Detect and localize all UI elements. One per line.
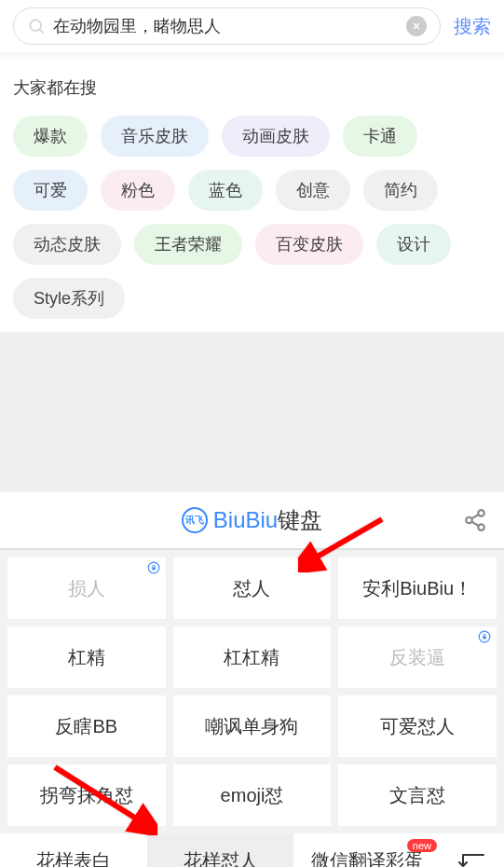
- svg-point-4: [478, 510, 484, 516]
- trending-tags: 爆款音乐皮肤动画皮肤卡通可爱粉色蓝色创意简约动态皮肤王者荣耀百变皮肤设计Styl…: [13, 116, 491, 319]
- lock-icon: [478, 630, 491, 643]
- search-input[interactable]: [46, 17, 406, 36]
- back-button[interactable]: [441, 833, 504, 867]
- svg-line-7: [471, 515, 479, 518]
- svg-rect-12: [483, 636, 486, 639]
- svg-line-16: [55, 767, 143, 823]
- trending-title: 大家都在搜: [13, 76, 491, 99]
- trending-tag[interactable]: 可爱: [13, 170, 88, 211]
- keyboard-title-blue: BiuBiu: [213, 507, 278, 532]
- search-box[interactable]: [13, 7, 441, 45]
- keyboard-cell[interactable]: 嘲讽单身狗: [173, 695, 332, 757]
- keyboard-cell[interactable]: emoji怼: [173, 764, 332, 826]
- keyboard-logo-icon: 讯飞: [182, 507, 208, 533]
- svg-rect-10: [152, 567, 156, 570]
- svg-point-6: [478, 524, 484, 530]
- trending-tag[interactable]: 音乐皮肤: [101, 116, 209, 157]
- back-icon: [457, 849, 487, 867]
- trending-tag[interactable]: Style系列: [13, 278, 125, 319]
- lock-icon: [147, 561, 160, 574]
- close-icon: [411, 21, 422, 32]
- new-badge: new: [407, 839, 437, 852]
- trending-tag[interactable]: 动态皮肤: [13, 224, 121, 265]
- keyboard-cell[interactable]: 反瞎BB: [7, 695, 166, 757]
- svg-line-8: [471, 522, 479, 526]
- trending-tag[interactable]: 创意: [276, 170, 350, 211]
- trending-tag[interactable]: 王者荣耀: [134, 224, 242, 265]
- svg-line-14: [309, 519, 382, 561]
- bottom-tab[interactable]: 花样怼人: [147, 833, 294, 867]
- keyboard-cell[interactable]: 可爱怼人: [338, 695, 497, 757]
- bottom-tab[interactable]: 微信翻译彩蛋new: [293, 833, 441, 867]
- share-icon[interactable]: [463, 508, 487, 532]
- trending-tag[interactable]: 卡通: [343, 116, 417, 157]
- trending-tag[interactable]: 粉色: [101, 170, 175, 211]
- search-bar: 搜索: [0, 0, 504, 52]
- trending-tag[interactable]: 简约: [363, 170, 438, 211]
- search-button[interactable]: 搜索: [454, 14, 491, 39]
- svg-point-5: [466, 517, 472, 524]
- keyboard-cell[interactable]: 文言怼: [338, 764, 497, 826]
- keyboard-cell[interactable]: 杠精: [7, 626, 166, 688]
- trending-tag[interactable]: 百变皮肤: [255, 224, 363, 265]
- trending-tag[interactable]: 动画皮肤: [222, 116, 330, 157]
- trending-section: 大家都在搜 爆款音乐皮肤动画皮肤卡通可爱粉色蓝色创意简约动态皮肤王者荣耀百变皮肤…: [0, 60, 504, 332]
- search-icon: [27, 17, 46, 35]
- keyboard-cell[interactable]: 杠杠精: [173, 626, 332, 688]
- svg-line-1: [39, 29, 43, 33]
- trending-tag[interactable]: 蓝色: [188, 170, 263, 211]
- keyboard-cell[interactable]: 损人: [7, 557, 166, 619]
- clear-button[interactable]: [406, 16, 427, 36]
- annotation-arrow-top: [298, 515, 387, 576]
- content-spacer: [0, 332, 504, 492]
- keyboard-header: 讯飞 BiuBiu键盘: [0, 492, 504, 550]
- svg-point-0: [30, 20, 41, 31]
- trending-tag[interactable]: 爆款: [13, 116, 88, 157]
- trending-tag[interactable]: 设计: [376, 224, 451, 265]
- annotation-arrow-bottom: [50, 763, 157, 839]
- keyboard-cell[interactable]: 反装逼: [338, 626, 497, 688]
